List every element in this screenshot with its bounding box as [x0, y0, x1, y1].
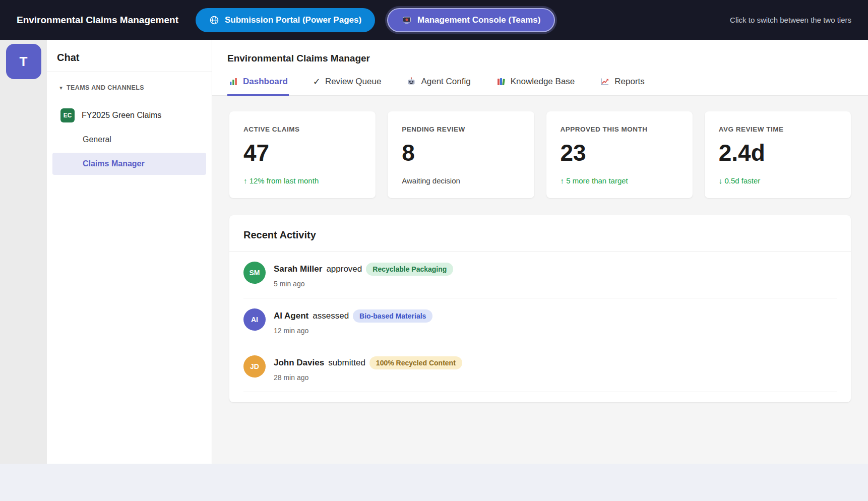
content-row: T Chat ▾ TEAMS AND CHANNELS EC FY2025 Gr… — [0, 40, 868, 464]
main-panel: Environmental Claims Manager Dashboard ✓… — [212, 40, 868, 464]
bar-chart-icon — [228, 77, 238, 87]
sidebar-body: ▾ TEAMS AND CHANNELS EC FY2025 Green Cla… — [47, 72, 212, 175]
stat-value: 2.4d — [719, 139, 837, 166]
timestamp: 5 min ago — [274, 280, 453, 288]
recent-activity-title: Recent Activity — [229, 215, 851, 252]
claim-badge: 100% Recycled Content — [369, 356, 462, 369]
activity-line: Sarah Miller approved Recyclable Packagi… — [274, 263, 453, 276]
activity-line: John Davies submitted 100% Recycled Cont… — [274, 356, 462, 369]
tab-label: Review Queue — [325, 77, 382, 87]
console-icon — [402, 15, 412, 25]
stat-value: 23 — [561, 139, 678, 166]
line-chart-icon — [600, 77, 610, 87]
submission-portal-label: Submission Portal (Power Pages) — [225, 15, 361, 25]
stat-label: AVG REVIEW TIME — [719, 126, 837, 133]
recent-activity-card: Recent Activity SM Sarah Miller approved… — [229, 215, 851, 402]
stat-delta: ↑ 5 more than target — [561, 176, 678, 185]
management-console-button[interactable]: Management Console (Teams) — [387, 8, 555, 32]
channel-claims-manager[interactable]: Claims Manager — [52, 153, 206, 175]
tenant-avatar[interactable]: T — [6, 44, 41, 79]
stat-delta: ↓ 0.5d faster — [719, 176, 837, 185]
team-name: FY2025 Green Claims — [82, 111, 161, 120]
tab-agent-config[interactable]: Agent Config — [405, 70, 471, 96]
team-fy2025-green-claims[interactable]: EC FY2025 Green Claims — [52, 104, 206, 127]
timestamp: 28 min ago — [274, 373, 462, 382]
sidebar-title: Chat — [47, 40, 212, 72]
activity-line: AI Agent assessed Bio-based Materials — [274, 309, 432, 323]
app-rail: T — [0, 40, 47, 464]
page-title: Environmental Claims Manager — [227, 53, 853, 64]
activity-item: SM Sarah Miller approved Recyclable Pack… — [243, 252, 837, 298]
submission-portal-button[interactable]: Submission Portal (Power Pages) — [196, 8, 375, 32]
channel-label: General — [83, 135, 111, 144]
tab-review-queue[interactable]: ✓ Review Queue — [312, 70, 383, 96]
action-text: submitted — [328, 358, 365, 368]
tab-label: Dashboard — [243, 77, 288, 87]
tab-reports[interactable]: Reports — [599, 70, 646, 96]
avatar: SM — [243, 262, 266, 284]
top-bar: Environmental Claims Management Submissi… — [0, 0, 868, 40]
timestamp: 12 min ago — [274, 327, 432, 335]
activity-body: John Davies submitted 100% Recycled Cont… — [274, 355, 462, 382]
chat-sidebar: Chat ▾ TEAMS AND CHANNELS EC FY2025 Gree… — [47, 40, 212, 464]
actor-name: Sarah Miller — [274, 264, 322, 274]
teams-channels-section-header[interactable]: ▾ TEAMS AND CHANNELS — [52, 82, 206, 93]
claim-badge: Recyclable Packaging — [366, 263, 453, 276]
activity-body: Sarah Miller approved Recyclable Packagi… — [274, 262, 453, 288]
books-icon — [496, 77, 506, 87]
check-icon: ✓ — [313, 77, 321, 86]
chevron-down-icon: ▾ — [59, 84, 63, 91]
team-badge: EC — [60, 108, 75, 122]
stat-label: ACTIVE CLAIMS — [243, 126, 361, 133]
stat-value: 47 — [243, 139, 361, 166]
tab-knowledge-base[interactable]: Knowledge Base — [495, 70, 576, 96]
stats-grid: ACTIVE CLAIMS 47 ↑ 12% from last month P… — [229, 111, 851, 198]
stat-label: APPROVED THIS MONTH — [561, 126, 678, 133]
globe-icon — [209, 15, 219, 25]
stat-card-approved-this-month: APPROVED THIS MONTH 23 ↑ 5 more than tar… — [546, 111, 693, 198]
app-title: Environmental Claims Management — [17, 15, 178, 26]
claim-badge: Bio-based Materials — [353, 309, 432, 323]
action-text: assessed — [313, 311, 349, 321]
stat-label: PENDING REVIEW — [402, 126, 520, 133]
management-console-label: Management Console (Teams) — [417, 15, 540, 25]
action-text: approved — [326, 264, 362, 274]
tab-label: Agent Config — [421, 77, 470, 87]
tab-dashboard[interactable]: Dashboard — [227, 70, 289, 96]
tab-label: Knowledge Base — [511, 77, 575, 87]
channel-general[interactable]: General — [52, 129, 206, 151]
avatar: JD — [243, 355, 266, 378]
channel-label: Claims Manager — [83, 159, 145, 168]
actor-name: AI Agent — [274, 311, 308, 321]
actor-name: John Davies — [274, 358, 324, 368]
dashboard-content: ACTIVE CLAIMS 47 ↑ 12% from last month P… — [212, 96, 868, 464]
activity-item: JD John Davies submitted 100% Recycled C… — [243, 345, 837, 392]
tier-switch-hint: Click to switch between the two tiers — [730, 16, 851, 24]
avatar: AI — [243, 308, 266, 331]
stat-value: 8 — [402, 139, 520, 166]
stat-card-avg-review-time: AVG REVIEW TIME 2.4d ↓ 0.5d faster — [705, 111, 851, 198]
stat-delta: Awaiting decision — [402, 176, 520, 185]
tab-bar: Dashboard ✓ Review Queue Agent — [212, 70, 868, 96]
bottom-band — [0, 464, 868, 501]
activity-list: SM Sarah Miller approved Recyclable Pack… — [229, 252, 851, 392]
stat-card-pending-review: PENDING REVIEW 8 Awaiting decision — [388, 111, 534, 198]
stat-card-active-claims: ACTIVE CLAIMS 47 ↑ 12% from last month — [229, 111, 376, 198]
robot-icon — [406, 77, 416, 87]
activity-body: AI Agent assessed Bio-based Materials 12… — [274, 308, 432, 335]
tab-label: Reports — [614, 77, 645, 87]
tier-switch: Submission Portal (Power Pages) Manageme… — [196, 8, 555, 32]
section-label: TEAMS AND CHANNELS — [67, 84, 144, 91]
main-header: Environmental Claims Manager — [212, 40, 868, 64]
stat-delta: ↑ 12% from last month — [243, 176, 361, 185]
activity-item: AI AI Agent assessed Bio-based Materials… — [243, 298, 837, 345]
